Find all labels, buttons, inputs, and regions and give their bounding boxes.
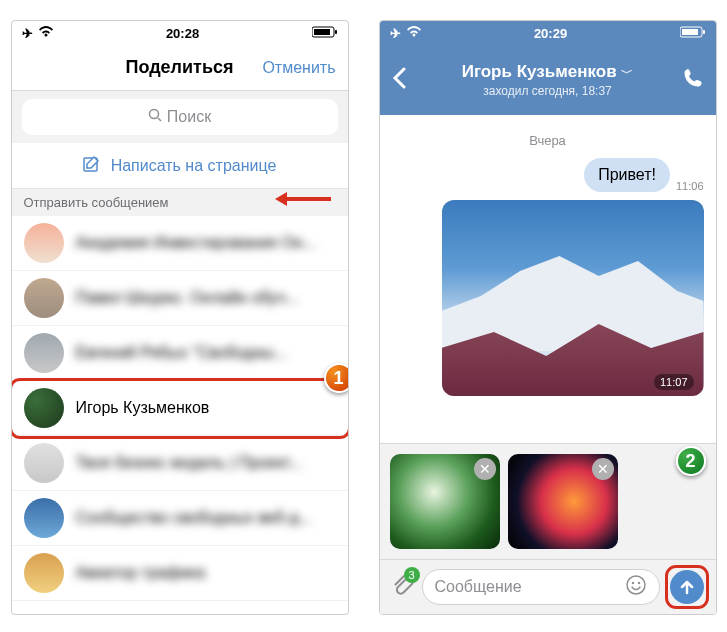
- avatar: [24, 278, 64, 318]
- call-button[interactable]: [678, 67, 704, 93]
- status-bar: ✈︎ 20:28: [12, 21, 348, 45]
- chat-title[interactable]: Игорь Кузьменков ﹀ заходил сегодня, 18:3…: [430, 62, 666, 98]
- contact-name: Евгений Рябых "Свободны...: [76, 344, 288, 362]
- battery-icon: [680, 26, 706, 41]
- airplane-mode-icon: ✈︎: [390, 26, 401, 41]
- attachment-thumb[interactable]: ✕: [508, 454, 618, 549]
- airplane-mode-icon: ✈︎: [22, 26, 33, 41]
- svg-point-3: [149, 110, 158, 119]
- write-on-wall-label: Написать на странице: [111, 157, 277, 175]
- wifi-icon: [406, 26, 422, 41]
- message-input[interactable]: Сообщение: [422, 569, 660, 605]
- avatar: [24, 443, 64, 483]
- attachment-tray: ✕ ✕: [380, 443, 716, 559]
- contact-list: Академия Инвестирования Он... Павел Шкур…: [12, 216, 348, 614]
- back-button[interactable]: [392, 67, 418, 93]
- search-input[interactable]: Поиск: [22, 99, 338, 135]
- annotation-badge-2: 2: [676, 446, 706, 476]
- search-container: Поиск: [12, 91, 348, 143]
- contact-row[interactable]: Сообщество свободных веб-д...: [12, 491, 348, 546]
- share-header: Поделиться Отменить: [12, 45, 348, 91]
- chevron-down-icon: ﹀: [621, 66, 633, 80]
- svg-rect-2: [314, 29, 330, 35]
- annotation-badge-1: 1: [324, 363, 348, 393]
- contact-name: Сообщество свободных веб-д...: [76, 509, 313, 527]
- attachment-count-badge: 3: [404, 567, 420, 583]
- contact-row[interactable]: Евгений Рябых "Свободны...: [12, 326, 348, 381]
- send-button[interactable]: [670, 570, 704, 604]
- section-send-message: Отправить сообщением: [12, 189, 348, 216]
- edit-icon: [83, 155, 101, 177]
- message-outgoing: Привет! 11:06: [392, 158, 704, 192]
- message-image[interactable]: 11:07: [442, 200, 704, 396]
- svg-point-11: [637, 582, 639, 584]
- avatar: [24, 498, 64, 538]
- contact-name: Академия Инвестирования Он...: [76, 234, 317, 252]
- message-time: 11:07: [654, 374, 694, 390]
- battery-icon: [312, 26, 338, 41]
- search-placeholder: Поиск: [167, 108, 211, 126]
- avatar: [24, 553, 64, 593]
- contact-name: Павел Шкурко. Онлайн обуч...: [76, 289, 300, 307]
- attach-button[interactable]: 3: [390, 573, 414, 601]
- share-sheet-screen: ✈︎ 20:28 Поделиться Отменить Поиск Напис…: [11, 20, 349, 615]
- last-seen: заходил сегодня, 18:37: [430, 84, 666, 98]
- svg-point-10: [631, 582, 633, 584]
- avatar: [24, 388, 64, 428]
- annotation-arrow: [273, 189, 333, 212]
- avatar: [24, 223, 64, 263]
- search-icon: [148, 108, 162, 126]
- status-time: 20:29: [534, 26, 567, 41]
- remove-attachment-button[interactable]: ✕: [592, 458, 614, 480]
- chat-body: Вчера Привет! 11:06 11:07: [380, 115, 716, 443]
- svg-rect-1: [335, 30, 337, 34]
- contact-name: Твоя бизнес модель | Проект...: [76, 454, 303, 472]
- message-placeholder: Сообщение: [435, 578, 522, 596]
- message-bubble[interactable]: Привет!: [584, 158, 670, 192]
- share-title: Поделиться: [125, 57, 233, 78]
- contact-row[interactable]: Павел Шкурко. Онлайн обуч...: [12, 271, 348, 326]
- contact-row[interactable]: Авиатор трафика: [12, 546, 348, 601]
- day-separator: Вчера: [529, 133, 566, 148]
- contact-row[interactable]: Твоя бизнес модель | Проект...: [12, 436, 348, 491]
- input-bar: 3 Сообщение 2: [380, 559, 716, 614]
- chat-screen: ✈︎ 20:29 Игорь Кузьменков ﹀ заходил сего…: [379, 20, 717, 615]
- contact-row[interactable]: Академия Инвестирования Он...: [12, 216, 348, 271]
- svg-line-4: [158, 118, 161, 121]
- status-time: 20:28: [166, 26, 199, 41]
- contact-name: Авиатор трафика: [76, 564, 206, 582]
- message-time: 11:06: [676, 180, 704, 192]
- chat-header: Игорь Кузьменков ﹀ заходил сегодня, 18:3…: [380, 45, 716, 115]
- write-on-wall-button[interactable]: Написать на странице: [12, 143, 348, 189]
- emoji-icon[interactable]: [625, 574, 647, 600]
- cancel-button[interactable]: Отменить: [262, 59, 335, 77]
- svg-rect-8: [682, 29, 698, 35]
- attachment-thumb[interactable]: ✕: [390, 454, 500, 549]
- contact-name: Игорь Кузьменков: [76, 399, 210, 417]
- status-bar: ✈︎ 20:29: [380, 21, 716, 45]
- remove-attachment-button[interactable]: ✕: [474, 458, 496, 480]
- svg-rect-7: [703, 30, 705, 34]
- avatar: [24, 333, 64, 373]
- wifi-icon: [38, 26, 54, 41]
- send-button-highlight: 2: [668, 568, 706, 606]
- contact-row-highlighted[interactable]: Игорь Кузьменков 1: [12, 381, 348, 436]
- svg-point-9: [627, 576, 645, 594]
